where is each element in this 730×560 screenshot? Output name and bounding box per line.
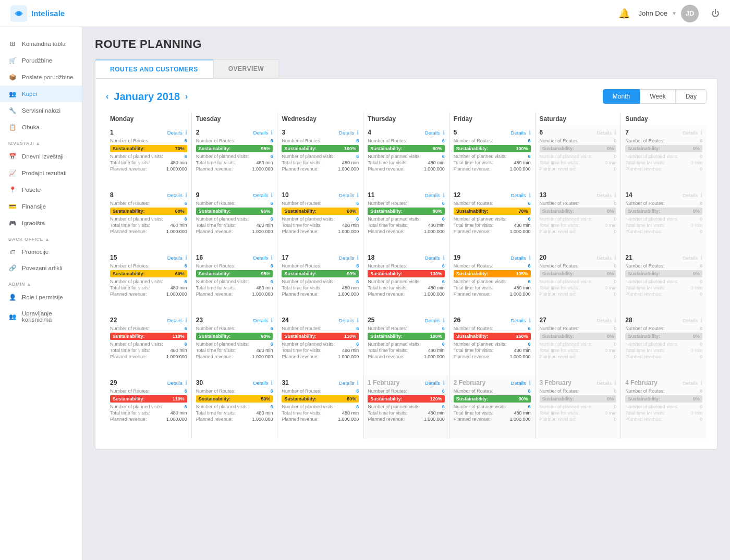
sidebar-item-dnevni[interactable]: 📅 Dnevni izveštaji <box>0 148 82 165</box>
info-icon-19[interactable]: ℹ <box>529 254 531 261</box>
user-menu[interactable]: John Doe ▼ JD <box>638 5 699 22</box>
cal-cell-3-4: 18DetailsℹNumber of Routes:6Sustainabili… <box>363 251 449 313</box>
calendar-grid: Monday Tuesday Wednesday Thursday Friday… <box>106 112 707 126</box>
sustainability-bar-20: Sustainability:0% <box>540 270 617 277</box>
routes-row-27: Number of Routes:0 <box>540 326 617 331</box>
prev-month-button[interactable]: ‹ <box>106 92 108 101</box>
cal-cell-header-3-1: 15Detailsℹ <box>110 254 187 261</box>
info-icon-5[interactable]: ℹ <box>529 129 531 136</box>
sidebar-label-prodajni: Prodajni rezultati <box>22 170 67 176</box>
details-link-15[interactable]: Details <box>167 255 182 261</box>
sidebar-item-promocije[interactable]: 🏷 Promocije <box>0 244 82 260</box>
details-link-26[interactable]: Details <box>511 318 526 323</box>
username-label: John Doe <box>638 9 667 17</box>
calendar-week-2: 8DetailsℹNumber of Routes:6Sustainabilit… <box>106 188 707 251</box>
day-number-16: 16 <box>196 254 203 261</box>
routes-row-3: Number of Routes:6 <box>282 138 359 143</box>
details-link-4[interactable]: Details <box>425 130 440 136</box>
details-link-25[interactable]: Details <box>425 318 440 323</box>
details-link-5[interactable]: Details <box>511 130 526 136</box>
info-icon-4[interactable]: ℹ <box>443 129 445 136</box>
app-logo[interactable]: Intelisale <box>10 5 65 22</box>
info-icon-2[interactable]: ℹ <box>271 129 273 136</box>
cal-cell-5-5: 2 FebruaryDetailsℹNumber of Routes:6Sust… <box>449 376 535 439</box>
details-link-22[interactable]: Details <box>167 318 182 323</box>
details-link-1[interactable]: Details <box>167 130 182 136</box>
sidebar-item-kupci[interactable]: 👥 Kupci <box>0 86 82 102</box>
details-link-24[interactable]: Details <box>339 318 354 323</box>
sidebar-item-povezani[interactable]: 🔗 Povezani artikli <box>0 260 82 276</box>
details-link-31[interactable]: Details <box>339 380 354 386</box>
sidebar-item-porudzbine[interactable]: 🛒 Porudžbine <box>0 52 82 69</box>
power-icon[interactable]: ⏻ <box>711 9 720 18</box>
info-icon-17[interactable]: ℹ <box>357 254 359 261</box>
info-icon-24[interactable]: ℹ <box>357 317 359 324</box>
chart-icon: 📈 <box>8 169 17 177</box>
info-icon-22[interactable]: ℹ <box>185 317 187 324</box>
details-link-12[interactable]: Details <box>511 192 526 198</box>
cal-cell-header-1-5: 5Detailsℹ <box>454 129 531 136</box>
details-link-16[interactable]: Details <box>253 255 268 261</box>
details-link-dim-7: Details <box>683 130 698 136</box>
info-icon-15[interactable]: ℹ <box>185 254 187 261</box>
notification-bell-icon[interactable]: 🔔 <box>618 8 630 19</box>
details-link-1 February[interactable]: Details <box>425 380 440 386</box>
sidebar-item-obuka[interactable]: 📋 Obuka <box>0 119 82 136</box>
sustainability-bar-3: Sustainability:100% <box>282 145 359 152</box>
sidebar-item-poslate[interactable]: 📦 Poslate porudžbine <box>0 69 82 86</box>
info-icon-11[interactable]: ℹ <box>443 192 445 199</box>
info-icon-23[interactable]: ℹ <box>271 317 273 324</box>
info-icon-30[interactable]: ℹ <box>271 380 273 386</box>
sidebar-item-prodajni[interactable]: 📈 Prodajni rezultati <box>0 165 82 181</box>
month-view-button[interactable]: Month <box>603 89 640 104</box>
info-icon-1 February[interactable]: ℹ <box>443 380 445 386</box>
info-icon-27: ℹ <box>614 317 616 324</box>
info-icon-1[interactable]: ℹ <box>185 129 187 136</box>
info-icon-2 February[interactable]: ℹ <box>529 380 531 386</box>
info-icon-8[interactable]: ℹ <box>185 192 187 199</box>
cal-cell-header-4-3: 24Detailsℹ <box>282 316 359 324</box>
sidebar-item-igraoista[interactable]: 🎮 Igraoišta <box>0 215 82 232</box>
sidebar-item-servisni[interactable]: 🔧 Servisni nalozi <box>0 102 82 119</box>
cal-cell-header-1-7: 7Detailsℹ <box>625 129 702 136</box>
cal-cell-header-5-6: 3 FebruaryDetailsℹ <box>540 379 617 386</box>
details-link-29[interactable]: Details <box>167 380 182 386</box>
sidebar-item-posete[interactable]: 📍 Posete <box>0 181 82 198</box>
week-view-button[interactable]: Week <box>640 89 675 104</box>
info-icon-16[interactable]: ℹ <box>271 254 273 261</box>
sidebar-item-upravljanje[interactable]: 👥 Upravljanje korisnicima <box>0 306 82 327</box>
details-link-3[interactable]: Details <box>339 130 354 136</box>
tab-overview[interactable]: OVERVIEW <box>213 59 279 78</box>
details-link-2[interactable]: Details <box>253 130 268 136</box>
info-icon-31[interactable]: ℹ <box>357 380 359 386</box>
routes-row-29: Number of Routes:6 <box>110 388 187 394</box>
info-icon-25[interactable]: ℹ <box>443 317 445 324</box>
info-icon-10[interactable]: ℹ <box>357 192 359 199</box>
info-icon-9[interactable]: ℹ <box>271 192 273 199</box>
sidebar-label-obuka: Obuka <box>22 124 40 130</box>
tab-routes-customers[interactable]: ROUTES AND CUSTOMERS <box>95 59 213 78</box>
details-link-18[interactable]: Details <box>425 255 440 261</box>
details-link-19[interactable]: Details <box>511 255 526 261</box>
details-link-10[interactable]: Details <box>339 192 354 198</box>
info-icon-29[interactable]: ℹ <box>185 380 187 386</box>
info-icon-26[interactable]: ℹ <box>529 317 531 324</box>
info-icon-12[interactable]: ℹ <box>529 192 531 199</box>
info-icon-3[interactable]: ℹ <box>357 129 359 136</box>
dashboard-icon: ⊞ <box>8 40 17 47</box>
details-link-17[interactable]: Details <box>339 255 354 261</box>
details-link-9[interactable]: Details <box>253 192 268 198</box>
details-link-8[interactable]: Details <box>167 192 182 198</box>
details-link-30[interactable]: Details <box>253 380 268 386</box>
day-view-button[interactable]: Day <box>676 89 707 104</box>
cal-cell-2-5: 12DetailsℹNumber of Routes:6Sustainabili… <box>449 188 535 251</box>
sidebar-item-finansije[interactable]: 💳 Finansije <box>0 198 82 215</box>
details-link-23[interactable]: Details <box>253 318 268 323</box>
next-month-button[interactable]: › <box>185 92 188 101</box>
section-label-backoffice: BACK OFFICE ▲ <box>0 232 82 244</box>
sidebar-item-role[interactable]: 👤 Role i permisije <box>0 289 82 306</box>
info-icon-18[interactable]: ℹ <box>443 254 445 261</box>
details-link-2 February[interactable]: Details <box>511 380 526 386</box>
sidebar-item-komandna[interactable]: ⊞ Komandna tabla <box>0 35 82 52</box>
details-link-11[interactable]: Details <box>425 192 440 198</box>
